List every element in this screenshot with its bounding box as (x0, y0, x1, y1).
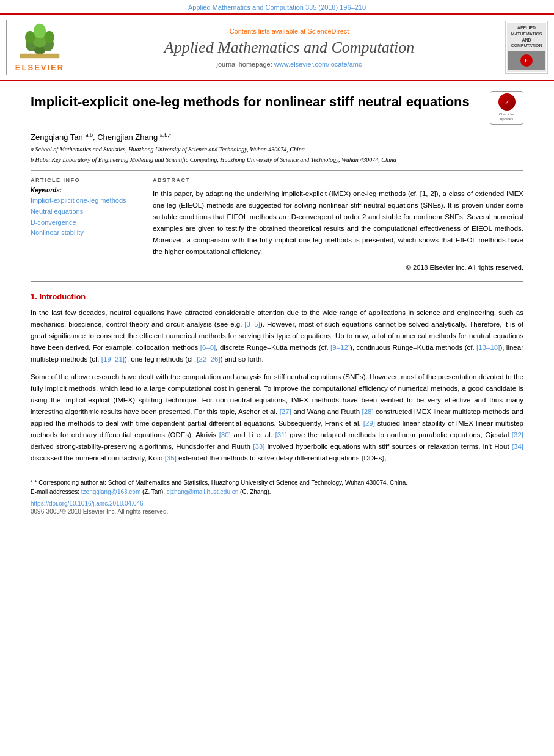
keywords-label: Keywords: (31, 187, 140, 194)
footnote-star: * (31, 479, 35, 486)
keyword-2: Neutral equations (31, 206, 140, 217)
author-zhang: Chengjian Zhang a,b,* (97, 133, 171, 142)
footnote-email-zhang[interactable]: cjzhang@mail.hust.edu.cn (167, 489, 238, 495)
journal-header: ELSEVIER Contents lists available at Sci… (0, 13, 554, 81)
footnote-email-tan[interactable]: tzengqiang@163.com (81, 489, 140, 495)
ref-28[interactable]: [28] (362, 408, 373, 415)
author-tan: Zengqiang Tan a,b, (31, 133, 95, 142)
footnote-section: * * Corresponding author at: School of M… (31, 474, 523, 515)
ref-13-18[interactable]: [13–18] (476, 344, 500, 351)
issn-text: 0096-3003/© 2018 Elsevier Inc. All right… (31, 508, 523, 515)
affiliation-b: b Hubei Key Laboratory of Engineering Mo… (31, 156, 523, 164)
elsevier-logo: ELSEVIER (6, 20, 73, 75)
divider-after-affiliations (31, 170, 523, 171)
intro-paragraph-1: In the last few decades, neutral equatio… (31, 307, 523, 365)
ref-27[interactable]: [27] (280, 408, 291, 415)
ref-35[interactable]: [35] (165, 454, 177, 462)
doi-link[interactable]: https://doi.org/10.1016/j.amc.2018.04.04… (31, 500, 523, 507)
ref-9-12[interactable]: [9–12] (330, 344, 350, 351)
svg-point-7 (34, 24, 46, 38)
abstract-heading: ABSTRACT (153, 177, 523, 183)
check-updates-badge: ✓ Check forupdates (490, 91, 523, 125)
keywords-list: Implicit-explicit one-leg methods Neutra… (31, 195, 140, 238)
article-info-column: ARTICLE INFO Keywords: Implicit-explicit… (31, 177, 140, 271)
ref-6-8[interactable]: [6–8] (200, 344, 216, 351)
paper-body: Implicit-explicit one-leg methods for no… (0, 81, 554, 527)
elsevier-wordmark: ELSEVIER (9, 63, 70, 72)
science-direct-line: Contents lists available at ScienceDirec… (73, 27, 505, 35)
divider-after-abstract (31, 281, 523, 282)
journal-homepage: journal homepage: www.elsevier.com/locat… (73, 60, 505, 68)
footnote-email-separator: (Z. Tan), (142, 489, 167, 495)
journal-title: Applied Mathematics and Computation (73, 38, 505, 57)
intro-paragraph-2: Some of the above research have dealt wi… (31, 371, 523, 464)
keyword-4: Nonlinear stability (31, 228, 140, 239)
ref-30[interactable]: [30] (219, 431, 231, 438)
footnote-corresponding: * * Corresponding author at: School of M… (31, 478, 523, 487)
svg-point-5 (25, 31, 35, 43)
svg-rect-8 (20, 54, 60, 58)
article-info-abstract-columns: ARTICLE INFO Keywords: Implicit-explicit… (31, 177, 523, 271)
journal-reference-text: Applied Mathematics and Computation 335 … (188, 4, 366, 11)
ref-34[interactable]: [34] (512, 443, 523, 450)
journal-center-info: Contents lists available at ScienceDirec… (73, 27, 505, 68)
homepage-url[interactable]: www.elsevier.com/locate/amc (274, 60, 362, 68)
abstract-text: In this paper, by adapting the underlyin… (153, 188, 523, 258)
copyright-notice: © 2018 Elsevier Inc. All rights reserved… (153, 264, 523, 271)
footnote-zhang-name: (C. Zhang). (240, 489, 271, 495)
keyword-3: D-convergence (31, 217, 140, 228)
journal-thumbnail: APPLIEDMATHEMATICSANDCOMPUTATION E (505, 21, 548, 74)
ref-29[interactable]: [29] (363, 420, 375, 427)
footnote-emails-line: E-mail addresses: tzengqiang@163.com (Z.… (31, 487, 523, 496)
check-updates-label: Check forupdates (499, 112, 515, 122)
ref-3-5[interactable]: [3–5] (244, 321, 260, 328)
ref-22-26[interactable]: [22–26] (197, 355, 220, 363)
science-direct-link-text[interactable]: ScienceDirect (307, 27, 349, 35)
keyword-1: Implicit-explicit one-leg methods (31, 195, 140, 206)
elsevier-tree-svg (12, 23, 67, 59)
paper-title: Implicit-explicit one-leg methods for no… (31, 93, 484, 111)
check-updates-icon: ✓ (498, 93, 516, 111)
affiliation-a: a School of Mathematics and Statistics, … (31, 145, 523, 154)
article-info-heading: ARTICLE INFO (31, 177, 140, 183)
authors-line: Zengqiang Tan a,b, Chengjian Zhang a,b,* (31, 132, 523, 142)
svg-point-6 (44, 31, 54, 43)
ref-19-21[interactable]: [19–21] (101, 355, 125, 363)
abstract-column: ABSTRACT In this paper, by adapting the … (153, 177, 523, 271)
ref-31[interactable]: [31] (275, 431, 287, 438)
journal-reference-bar: Applied Mathematics and Computation 335 … (0, 0, 554, 13)
journal-thumb-text: APPLIEDMATHEMATICSANDCOMPUTATION E (507, 23, 546, 72)
ref-32[interactable]: [32] (512, 431, 523, 438)
section-1-heading: 1. Introduction (31, 292, 523, 301)
ref-33[interactable]: [33] (253, 443, 264, 450)
